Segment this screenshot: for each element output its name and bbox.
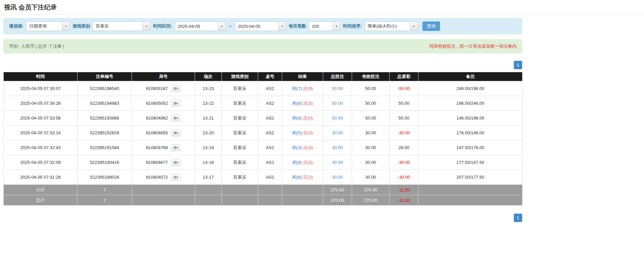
chevron-down-icon[interactable]: ▾ — [333, 22, 340, 31]
video-replay-icon — [174, 175, 178, 179]
cell-valid-bet: 30.00 — [352, 126, 390, 140]
select-type-input[interactable] — [27, 22, 62, 31]
pagination-page-button[interactable]: 1 — [514, 61, 522, 69]
cell-round-id: 610805052 — [132, 96, 195, 111]
col-header-remark: 备注 — [418, 72, 523, 81]
cell-total-bet: 30.00 — [323, 155, 352, 170]
date-from-input[interactable] — [175, 22, 218, 31]
cell-session: 13-18 — [195, 155, 222, 170]
video-replay-button[interactable] — [171, 100, 181, 107]
date-to-picker[interactable]: ▾ — [235, 21, 286, 31]
date-to-input[interactable] — [235, 22, 278, 31]
page-title: 视讯 会员下注纪录 — [4, 3, 640, 12]
total-bet-link[interactable]: 50.00 — [332, 101, 343, 106]
cell-remark: 146.00/196.00 — [418, 111, 523, 126]
video-replay-button[interactable] — [171, 129, 181, 136]
round-number: 610804855 — [146, 130, 168, 135]
select-type-combobox[interactable]: ▾ — [26, 21, 70, 31]
page-size-label: 每页笔数 — [289, 23, 306, 29]
chevron-down-icon[interactable]: ▾ — [410, 22, 417, 31]
cell-session: 13-22 — [195, 96, 222, 111]
total-bet-link[interactable]: 30.00 — [332, 175, 343, 180]
valid-bet-notice-text: 同局有效投注，统一计算在该局第一张注单内 — [429, 43, 516, 49]
pagination-bottom: 1 — [3, 214, 522, 222]
cell-table-no: AS2 — [258, 96, 282, 111]
sort-order-input[interactable] — [365, 22, 410, 31]
cell-round-id: 610804677 — [132, 155, 195, 170]
page-size-combobox[interactable]: ▾ — [309, 21, 340, 31]
video-replay-button[interactable] — [171, 115, 181, 122]
cell-bet-id: 522395189028 — [78, 170, 132, 185]
total-bet-link[interactable]: 50.00 — [332, 116, 343, 121]
result-player: 闲(7) — [292, 86, 302, 91]
cell-valid-bet: 30.00 — [352, 155, 390, 170]
round-number: 610805052 — [146, 101, 168, 106]
pagination-page-button[interactable]: 1 — [514, 214, 522, 222]
table-body: 2025-04-05 07:35:07 522395196540 6108051… — [4, 81, 523, 185]
col-header-result: 结果 — [282, 72, 323, 81]
grand-total-count: 7 — [78, 195, 132, 206]
result-banker: 庄(4) — [303, 145, 313, 150]
video-replay-icon — [174, 116, 178, 120]
total-bet-link[interactable]: 50.00 — [332, 86, 343, 91]
cell-table-no: AS2 — [258, 126, 282, 140]
cell-remark: 246.00/196.00 — [418, 81, 523, 96]
cell-session: 13-19 — [195, 140, 222, 155]
cell-payout: 28.50 — [390, 140, 418, 155]
video-replay-button[interactable] — [171, 174, 181, 181]
cell-time: 2025-04-05 07:35:07 — [4, 81, 78, 96]
table-row: 2025-04-05 07:32:09 522395190416 6108046… — [4, 155, 523, 170]
cell-total-bet: 50.00 — [323, 111, 352, 126]
cell-bet-id: 522395193988 — [78, 111, 132, 126]
video-replay-button[interactable] — [171, 144, 181, 151]
bets-table: 时间 注单编号 局号 场次 游戏类别 桌号 结果 总投注 有效投注 总派彩 备注… — [3, 72, 523, 206]
cell-result: 闲(5) 庄(0) — [282, 126, 323, 140]
subtotal-row: 小计 7 270.00 270.00 -11.50 — [4, 185, 523, 195]
grand-total-label: 总计 — [4, 195, 78, 206]
chevron-down-icon[interactable]: ▾ — [143, 22, 150, 31]
cell-payout: -50.00 — [390, 81, 418, 96]
cell-valid-bet: 50.00 — [352, 81, 390, 96]
grand-total-total-bet: 270.00 — [323, 195, 352, 206]
game-type-label: 游戏类别 — [72, 23, 90, 29]
cell-valid-bet: 50.00 — [352, 96, 390, 111]
sort-order-combobox[interactable]: ▾ — [365, 21, 418, 31]
col-header-game-type: 游戏类别 — [222, 72, 258, 81]
date-from-picker[interactable]: ▾ — [175, 21, 226, 31]
grand-total-valid-bet: 270.00 — [352, 195, 390, 206]
total-bet-link[interactable]: 30.00 — [332, 160, 343, 165]
video-replay-button[interactable] — [171, 85, 181, 92]
total-bet-link[interactable]: 30.00 — [332, 145, 343, 150]
subtotal-valid-bet: 270.00 — [352, 185, 390, 195]
cell-payout: 50.00 — [390, 111, 418, 126]
result-banker: 庄(5) — [303, 160, 313, 165]
cell-payout: 50.00 — [390, 96, 418, 111]
subtotal-payout: -11.50 — [390, 185, 418, 195]
cell-valid-bet: 30.00 — [352, 170, 390, 185]
chevron-down-icon[interactable]: ▾ — [278, 22, 286, 31]
cell-session: 13-23 — [195, 81, 222, 96]
video-replay-button[interactable] — [171, 159, 181, 166]
cell-payout: -30.00 — [390, 170, 418, 185]
cell-game-type: 百家乐 — [222, 96, 258, 111]
total-bet-link[interactable]: 30.00 — [332, 130, 343, 135]
result-banker: 庄(5) — [303, 101, 313, 106]
video-replay-icon — [174, 146, 178, 149]
result-banker: 庄(0) — [303, 130, 313, 135]
page-size-input[interactable] — [309, 22, 333, 31]
game-type-combobox[interactable]: ▾ — [93, 21, 150, 31]
chevron-down-icon[interactable]: ▾ — [218, 22, 226, 31]
cell-result: 闲(7) 庄(9) — [282, 81, 323, 96]
grand-total-row: 总计 7 270.00 270.00 -11.50 — [4, 195, 523, 206]
search-button[interactable]: 查询 — [423, 21, 440, 31]
cell-bet-id: 522395194983 — [78, 96, 132, 111]
cell-result: 闲(8) 庄(5) — [282, 155, 323, 170]
game-type-input[interactable] — [93, 22, 143, 31]
cell-remark: 207.50/177.50 — [418, 170, 523, 185]
cell-time: 2025-04-05 07:32:09 — [4, 155, 78, 170]
cell-result: 闲(8) 庄(5) — [282, 96, 323, 111]
table-row: 2025-04-05 07:35:07 522395196540 6108051… — [4, 81, 523, 96]
cell-total-bet: 30.00 — [323, 170, 352, 185]
currency-total-text: 币别 : 人民币 | 总共 :7 注单 | — [9, 43, 64, 49]
chevron-down-icon[interactable]: ▾ — [62, 22, 69, 31]
